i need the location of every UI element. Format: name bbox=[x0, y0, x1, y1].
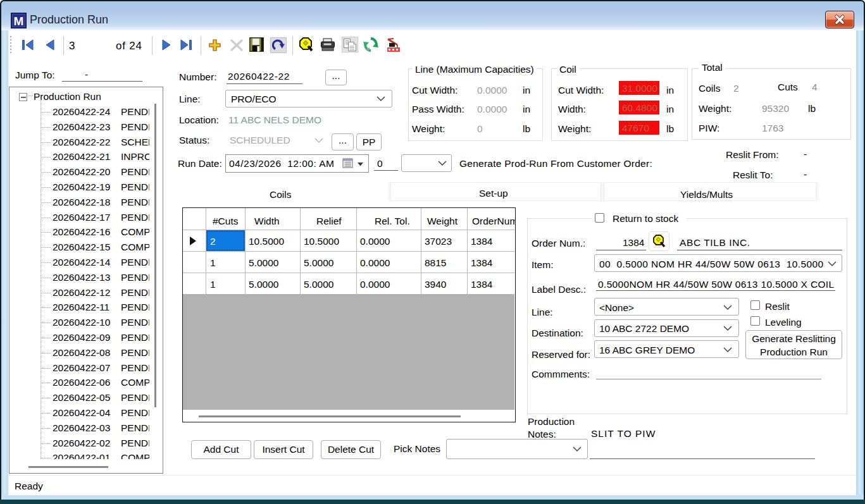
svg-text:M: M bbox=[14, 15, 24, 28]
